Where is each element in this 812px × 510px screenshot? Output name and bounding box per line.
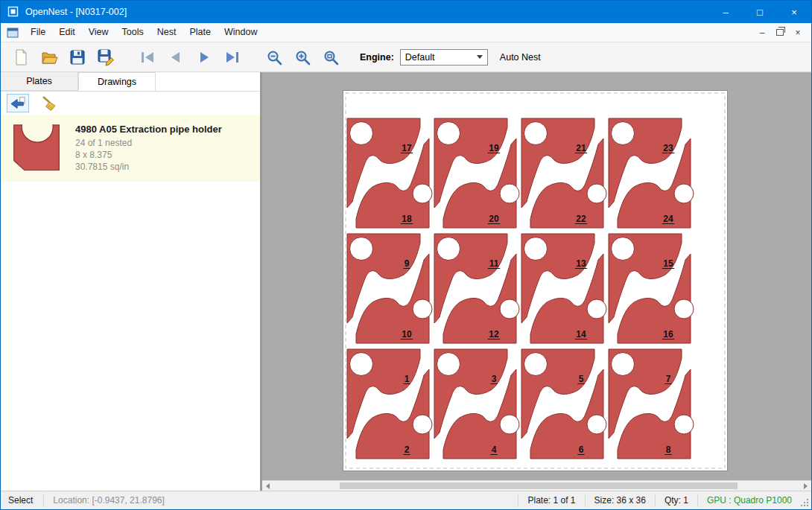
window-title: OpenNest - [N0317-002] — [25, 7, 127, 17]
chevron-down-icon — [477, 55, 483, 59]
tab-plates[interactable]: Plates — [1, 72, 78, 91]
part-number-label: 12 — [489, 329, 499, 340]
go-next-icon — [194, 48, 214, 66]
engine-select[interactable]: Default — [400, 49, 488, 66]
save-icon — [69, 48, 86, 66]
mdi-close-icon: × — [795, 28, 800, 38]
part-pair-11-12[interactable]: 1112 — [434, 234, 519, 343]
window-controls: – □ × — [708, 1, 811, 23]
part-notch-hole — [612, 238, 635, 261]
engine-selected-value: Default — [405, 52, 435, 63]
horizontal-scrollbar[interactable] — [262, 480, 811, 491]
part-pair-15-16[interactable]: 1516 — [609, 234, 694, 343]
part-number-label: 18 — [402, 214, 412, 224]
part-notch-hole — [524, 238, 548, 261]
zoom-in-button[interactable] — [288, 45, 317, 70]
minimize-button[interactable]: – — [708, 1, 743, 23]
status-plate-size: Size: 36 x 36 — [586, 495, 655, 506]
part-pair-5-6[interactable]: 56 — [521, 349, 606, 459]
menu-item-tools[interactable]: Tools — [115, 23, 150, 42]
menu-item-nest[interactable]: Nest — [150, 23, 183, 42]
zoom-out-button[interactable] — [260, 45, 288, 70]
statusbar: Select Location: [-0.9437, 21.8796] Plat… — [1, 491, 811, 509]
go-last-icon — [223, 48, 242, 66]
app-icon — [7, 6, 19, 18]
go-first-button[interactable] — [133, 45, 162, 70]
part-pair-19-20[interactable]: 1920 — [434, 118, 519, 228]
part-notch-hole — [612, 353, 635, 376]
maximize-button[interactable]: □ — [743, 1, 777, 23]
return-arrow-icon — [10, 96, 26, 111]
part-number-label: 8 — [666, 444, 671, 455]
part-pair-17-18[interactable]: 1718 — [347, 118, 432, 228]
part-thumbnail-wrap — [10, 121, 63, 176]
broom-icon — [40, 95, 58, 112]
part-number-label: 23 — [663, 143, 673, 153]
mdi-minimize-button[interactable]: – — [755, 26, 770, 39]
minimize-icon: – — [723, 7, 728, 18]
part-notch-hole — [612, 122, 635, 145]
go-previous-button[interactable] — [162, 45, 190, 70]
part-number-label: 17 — [402, 143, 412, 153]
part-number-label: 21 — [576, 143, 586, 153]
part-pair-1-2[interactable]: 12 — [347, 349, 432, 459]
menu-item-window[interactable]: Window — [218, 23, 264, 42]
scrollbar-thumb[interactable] — [340, 482, 738, 489]
go-first-icon — [138, 48, 157, 66]
save-edit-button[interactable] — [92, 45, 120, 70]
part-pair-9-10[interactable]: 910 — [347, 234, 432, 343]
menu-item-edit[interactable]: Edit — [52, 23, 82, 42]
resize-grip[interactable] — [799, 497, 811, 509]
go-last-button[interactable] — [218, 45, 247, 70]
new-button[interactable] — [7, 45, 35, 70]
menu-item-plate[interactable]: Plate — [183, 23, 218, 42]
menu-item-view[interactable]: View — [82, 23, 115, 42]
panel-tabstrip: Plates Drawings — [1, 72, 260, 92]
titlebar[interactable]: OpenNest - [N0317-002] – □ × — [1, 1, 811, 23]
plate[interactable]: 171819202122232491011121314151612345678 — [343, 90, 728, 471]
part-notch-hole — [350, 238, 373, 261]
save-button[interactable] — [63, 45, 92, 70]
return-part-button[interactable] — [7, 94, 29, 112]
part-number-label: 9 — [405, 258, 410, 269]
auto-nest-button[interactable]: Auto Nest — [500, 52, 541, 63]
part-number-label: 14 — [576, 329, 586, 340]
part-number-label: 3 — [492, 374, 497, 384]
part-number-label: 4 — [492, 444, 497, 455]
open-button[interactable] — [35, 45, 63, 70]
part-pair-7-8[interactable]: 78 — [609, 349, 694, 459]
part-notch-hole — [413, 299, 432, 319]
new-file-icon — [12, 48, 30, 66]
close-button[interactable]: × — [777, 1, 811, 23]
menubar: File Edit View Tools Nest Plate Window –… — [1, 23, 811, 42]
part-pair-21-22[interactable]: 2122 — [521, 118, 606, 228]
part-notch-hole — [437, 238, 460, 261]
mdi-close-button[interactable]: × — [790, 26, 805, 39]
part-number-label: 2 — [405, 444, 410, 455]
part-pair-3-4[interactable]: 34 — [434, 349, 519, 459]
zoom-fit-button[interactable] — [317, 45, 345, 70]
part-pair-13-14[interactable]: 1314 — [521, 234, 606, 343]
part-notch-hole — [350, 353, 373, 376]
part-number-label: 6 — [579, 444, 584, 455]
part-number-label: 24 — [663, 214, 673, 224]
part-notch-hole — [524, 353, 548, 376]
part-pair-23-24[interactable]: 2324 — [609, 118, 694, 228]
zoom-fit-icon — [322, 48, 340, 66]
menu-item-file[interactable]: File — [24, 23, 52, 42]
part-number-label: 16 — [663, 329, 673, 340]
engine-label: Engine: — [360, 52, 394, 63]
panel-toolbar — [1, 92, 260, 115]
nesting-canvas[interactable]: 171819202122232491011121314151612345678 — [262, 72, 811, 491]
part-number-label: 13 — [576, 258, 586, 269]
zoom-out-icon — [265, 48, 283, 66]
go-previous-icon — [166, 48, 185, 66]
mdi-restore-button[interactable] — [773, 26, 787, 39]
drawing-item-nested-count: 24 of 1 nested — [75, 137, 260, 149]
clean-button[interactable] — [38, 94, 60, 112]
drawing-list-item[interactable]: 4980 A05 Extraction pipe holder 24 of 1 … — [1, 115, 260, 182]
part-notch-hole — [500, 299, 519, 319]
tab-drawings[interactable]: Drawings — [78, 72, 156, 91]
status-qty: Qty: 1 — [656, 495, 697, 506]
go-next-button[interactable] — [190, 45, 218, 70]
